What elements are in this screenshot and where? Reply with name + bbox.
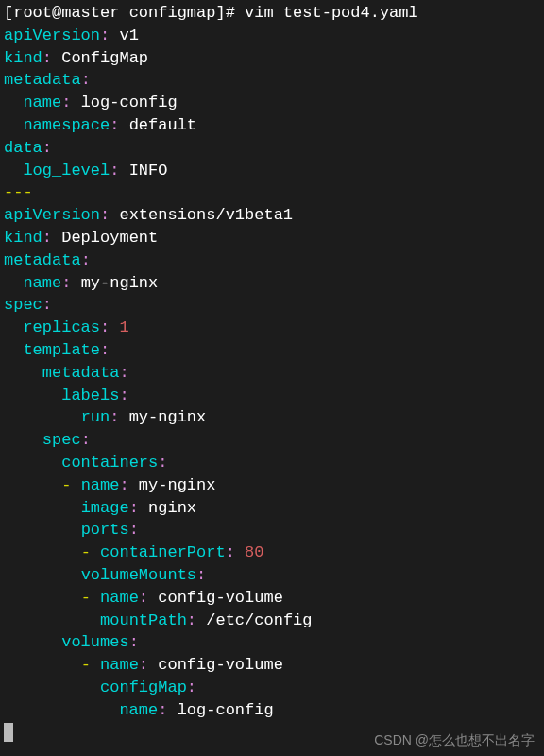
yaml-key: metadata	[4, 71, 81, 89]
yaml-line: data:	[4, 137, 540, 160]
yaml-key: data	[4, 139, 42, 157]
yaml-line: mountPath: /etc/config	[4, 610, 540, 632]
yaml-line: metadata:	[4, 69, 540, 92]
cwd: configmap	[129, 4, 216, 22]
yaml-key: namespace	[23, 116, 110, 134]
yaml-key: kind	[4, 49, 42, 67]
yaml-value: nginx	[148, 499, 196, 517]
yaml-key: image	[81, 499, 129, 517]
watermark: CSDN @怎么也想不出名字	[374, 731, 535, 750]
doc-separator: ---	[4, 183, 33, 201]
yaml-line: spec:	[4, 294, 540, 317]
shell-prompt: [root@master configmap]# vim test-pod4.y…	[4, 2, 540, 25]
yaml-value: ConfigMap	[61, 49, 148, 67]
yaml-value: my-nginx	[129, 408, 207, 426]
yaml-line: labels:	[4, 385, 540, 407]
yaml-line: spec:	[4, 429, 540, 452]
yaml-key: ports	[81, 521, 129, 539]
yaml-line: apiVersion: v1	[4, 25, 540, 47]
yaml-key: log_level	[23, 162, 110, 180]
yaml-key: labels	[61, 387, 119, 404]
yaml-value: my-nginx	[139, 476, 216, 494]
yaml-value: Deployment	[61, 229, 158, 247]
yaml-value: 80	[245, 543, 264, 561]
yaml-key: run	[81, 408, 110, 426]
yaml-key: metadata	[4, 251, 81, 269]
yaml-line: - name: config-volume	[4, 654, 540, 677]
yaml-value: log-config	[178, 701, 274, 719]
yaml-key: name	[100, 589, 139, 607]
yaml-line: name: my-nginx	[4, 272, 540, 295]
command-text: vim test-pod4.yaml	[245, 4, 418, 22]
yaml-value: my-nginx	[81, 274, 159, 292]
yaml-line: volumeMounts:	[4, 564, 540, 587]
yaml-key: spec	[42, 431, 81, 449]
yaml-key: volumeMounts	[81, 566, 196, 584]
yaml-key: name	[119, 701, 158, 719]
yaml-line: template:	[4, 339, 540, 362]
yaml-line: configMap:	[4, 677, 540, 699]
yaml-key: apiVersion	[4, 26, 100, 44]
yaml-key: replicas	[23, 318, 100, 336]
yaml-line: containers:	[4, 452, 540, 474]
yaml-key: name	[81, 476, 120, 494]
yaml-key: spec	[4, 296, 42, 314]
yaml-value: v1	[119, 26, 138, 44]
yaml-key: name	[100, 656, 139, 674]
yaml-key: template	[23, 341, 100, 359]
yaml-line: kind: ConfigMap	[4, 47, 540, 70]
yaml-line: - name: config-volume	[4, 587, 540, 610]
yaml-value: config-volume	[158, 589, 283, 607]
yaml-key: volumes	[61, 633, 128, 651]
user-host: root@master	[13, 4, 119, 22]
yaml-value: 1	[119, 318, 128, 336]
yaml-line: metadata:	[4, 249, 540, 272]
yaml-value: INFO	[129, 162, 168, 180]
yaml-line: log_level: INFO	[4, 160, 540, 182]
yaml-key: kind	[4, 229, 42, 247]
yaml-line: apiVersion: extensions/v1beta1	[4, 204, 540, 227]
yaml-line: volumes:	[4, 631, 540, 654]
yaml-line: replicas: 1	[4, 317, 540, 339]
yaml-key: metadata	[42, 364, 120, 382]
yaml-key: configMap	[100, 679, 187, 696]
yaml-key: apiVersion	[4, 206, 100, 224]
yaml-line: kind: Deployment	[4, 227, 540, 249]
yaml-line: metadata:	[4, 362, 540, 385]
yaml-line: - containerPort: 80	[4, 541, 540, 564]
yaml-key: containers	[61, 454, 158, 472]
yaml-line: run: my-nginx	[4, 406, 540, 429]
yaml-line: ports:	[4, 519, 540, 541]
yaml-key: name	[23, 274, 61, 292]
yaml-value: /etc/config	[206, 611, 312, 629]
yaml-line: name: log-config	[4, 92, 540, 114]
yaml-key: mountPath	[100, 611, 187, 629]
yaml-value: extensions/v1beta1	[119, 206, 293, 224]
yaml-line: - name: my-nginx	[4, 474, 540, 497]
yaml-key: containerPort	[100, 543, 226, 561]
cursor-icon	[4, 723, 13, 742]
yaml-value: log-config	[81, 94, 178, 112]
yaml-separator: ---	[4, 181, 540, 204]
yaml-line: namespace: default	[4, 114, 540, 137]
yaml-line: image: nginx	[4, 497, 540, 520]
yaml-key: name	[23, 94, 61, 112]
yaml-value: config-volume	[158, 656, 283, 674]
yaml-value: default	[129, 116, 196, 134]
yaml-line: name: log-config	[4, 699, 540, 722]
